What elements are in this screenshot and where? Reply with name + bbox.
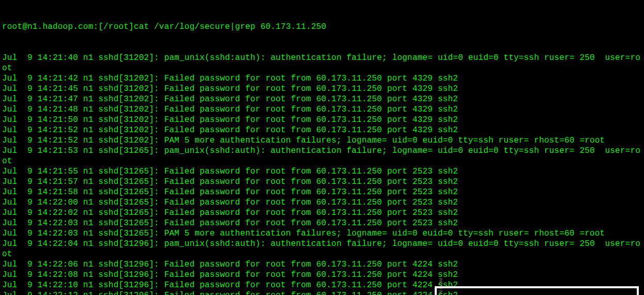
log-line: Jul 9 14:22:00 n1 sshd[31265]: Failed pa… (2, 197, 642, 208)
command-line: root@n1.hadoop.com:[/root]cat /var/log/s… (2, 22, 642, 32)
log-line: Jul 9 14:21:55 n1 sshd[31265]: Failed pa… (2, 166, 642, 177)
log-line: Jul 9 14:22:03 n1 sshd[31265]: PAM 5 mor… (2, 228, 642, 239)
log-line: Jul 9 14:21:47 n1 sshd[31202]: Failed pa… (2, 94, 642, 104)
log-line: Jul 9 14:22:02 n1 sshd[31265]: Failed pa… (2, 208, 642, 218)
log-line: Jul 9 14:22:12 n1 sshd[31296]: Failed pa… (2, 290, 642, 295)
log-line: Jul 9 14:21:58 n1 sshd[31265]: Failed pa… (2, 187, 642, 197)
log-line: Jul 9 14:21:53 n1 sshd[31265]: pam_unix(… (2, 146, 642, 166)
log-line: Jul 9 14:21:57 n1 sshd[31265]: Failed pa… (2, 177, 642, 187)
log-line: Jul 9 14:21:40 n1 sshd[31202]: pam_unix(… (2, 53, 642, 73)
log-line: Jul 9 14:21:50 n1 sshd[31202]: Failed pa… (2, 115, 642, 125)
log-line: Jul 9 14:22:04 n1 sshd[31296]: pam_unix(… (2, 239, 642, 259)
log-line: Jul 9 14:22:10 n1 sshd[31296]: Failed pa… (2, 280, 642, 290)
log-line: Jul 9 14:21:52 n1 sshd[31202]: PAM 5 mor… (2, 135, 642, 146)
log-line: Jul 9 14:21:42 n1 sshd[31202]: Failed pa… (2, 73, 642, 84)
log-line: Jul 9 14:21:45 n1 sshd[31202]: Failed pa… (2, 84, 642, 94)
log-line: Jul 9 14:22:03 n1 sshd[31265]: Failed pa… (2, 218, 642, 228)
log-line: Jul 9 14:21:48 n1 sshd[31202]: Failed pa… (2, 104, 642, 115)
terminal-output[interactable]: root@n1.hadoop.com:[/root]cat /var/log/s… (0, 0, 644, 295)
log-lines-container: Jul 9 14:21:40 n1 sshd[31202]: pam_unix(… (2, 53, 642, 295)
log-line: Jul 9 14:22:06 n1 sshd[31296]: Failed pa… (2, 259, 642, 270)
log-line: Jul 9 14:22:08 n1 sshd[31296]: Failed pa… (2, 270, 642, 280)
log-line: Jul 9 14:21:52 n1 sshd[31202]: Failed pa… (2, 125, 642, 135)
